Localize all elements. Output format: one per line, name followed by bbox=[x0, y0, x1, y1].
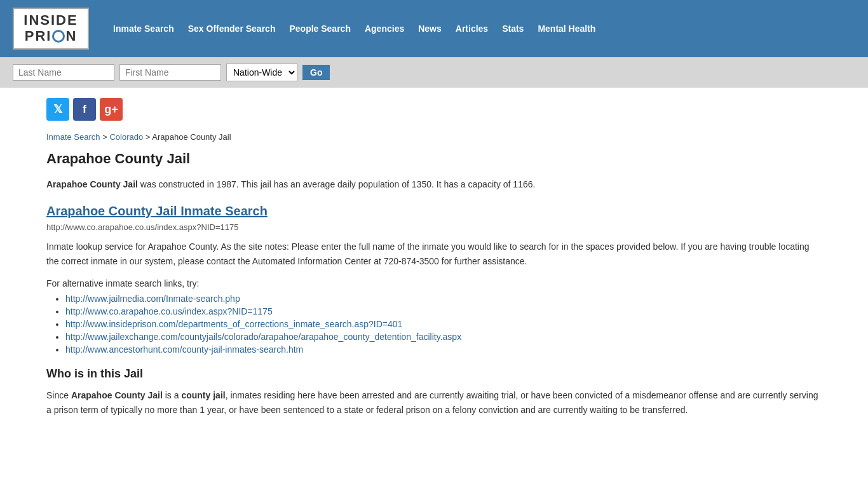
list-item: http://www.co.arapahoe.co.us/index.aspx?… bbox=[65, 306, 822, 316]
alt-link-jailmedia[interactable]: http://www.jailmedia.com/Inmate-search.p… bbox=[65, 294, 240, 304]
list-item: http://www.jailexchange.com/countyjails/… bbox=[65, 332, 822, 342]
alt-link-insideprison[interactable]: http://www.insideprison.com/departments_… bbox=[65, 319, 402, 329]
logo-circle-icon bbox=[52, 30, 65, 43]
alt-link-arapahoe[interactable]: http://www.co.arapahoe.co.us/index.aspx?… bbox=[65, 306, 273, 316]
breadcrumb-colorado[interactable]: Colorado bbox=[109, 132, 143, 142]
breadcrumb-inmate-search[interactable]: Inmate Search bbox=[46, 132, 100, 142]
twitter-button[interactable]: 𝕏 bbox=[46, 98, 69, 121]
facility-bold-2: county jail bbox=[181, 390, 225, 400]
nav-stats[interactable]: Stats bbox=[497, 21, 529, 36]
alt-links-list: http://www.jailmedia.com/Inmate-search.p… bbox=[65, 294, 822, 355]
inmate-search-link[interactable]: Arapahoe County Jail Inmate Search bbox=[46, 204, 268, 218]
go-button[interactable]: Go bbox=[302, 65, 330, 80]
list-item: http://www.jailmedia.com/Inmate-search.p… bbox=[65, 294, 822, 304]
list-item: http://www.ancestorhunt.com/county-jail-… bbox=[65, 344, 822, 355]
logo-inside-text: INSIDE bbox=[20, 13, 81, 28]
breadcrumb-separator-1: > bbox=[102, 132, 109, 142]
who-description: Since Arapahoe County Jail is a county j… bbox=[46, 388, 822, 417]
who-heading: Who is in this Jail bbox=[46, 367, 822, 381]
nav-mental-health[interactable]: Mental Health bbox=[532, 21, 600, 36]
inmate-search-heading: Arapahoe County Jail Inmate Search bbox=[46, 204, 822, 219]
breadcrumb-current: Arapahoe County Jail bbox=[152, 132, 231, 142]
description-rest: was constructed in 1987. This jail has a… bbox=[138, 179, 535, 189]
alt-links-intro: For alternative inmate search links, try… bbox=[46, 278, 822, 288]
nav-news[interactable]: News bbox=[413, 21, 447, 36]
inmate-search-url: http://www.co.arapahoe.co.us/index.aspx?… bbox=[46, 222, 822, 232]
facility-bold-1: Arapahoe County Jail bbox=[71, 390, 163, 400]
facility-description: Arapahoe County Jail was constructed in … bbox=[46, 177, 822, 191]
list-item: http://www.insideprison.com/departments_… bbox=[65, 319, 822, 329]
breadcrumb-separator-2: > bbox=[146, 132, 153, 142]
nav-articles[interactable]: Articles bbox=[451, 21, 493, 36]
lookup-description: Inmate lookup service for Arapahoe Count… bbox=[46, 240, 822, 268]
scope-select[interactable]: Nation-Wide Alabama Alaska Arizona Color… bbox=[226, 64, 297, 81]
site-logo[interactable]: INSIDE PRIN bbox=[13, 8, 89, 50]
nav-agencies[interactable]: Agencies bbox=[360, 21, 409, 36]
alt-link-ancestorhunt[interactable]: http://www.ancestorhunt.com/county-jail-… bbox=[65, 344, 303, 355]
breadcrumb: Inmate Search > Colorado > Arapahoe Coun… bbox=[46, 132, 822, 142]
main-content: 𝕏 f g+ Inmate Search > Colorado > Arapah… bbox=[34, 88, 834, 427]
facebook-button[interactable]: f bbox=[73, 98, 96, 121]
last-name-input[interactable] bbox=[13, 64, 114, 81]
page-title: Arapahoe County Jail bbox=[46, 151, 822, 167]
search-bar: Nation-Wide Alabama Alaska Arizona Color… bbox=[0, 57, 868, 88]
first-name-input[interactable] bbox=[119, 64, 221, 81]
alt-link-jailexchange[interactable]: http://www.jailexchange.com/countyjails/… bbox=[65, 332, 461, 342]
main-nav: Inmate Search Sex Offender Search People… bbox=[108, 21, 600, 36]
nav-sex-offender-search[interactable]: Sex Offender Search bbox=[183, 21, 281, 36]
nav-people-search[interactable]: People Search bbox=[284, 21, 356, 36]
facility-name-bold: Arapahoe County Jail bbox=[46, 179, 138, 189]
social-icons: 𝕏 f g+ bbox=[46, 98, 822, 121]
nav-inmate-search[interactable]: Inmate Search bbox=[108, 21, 179, 36]
logo-prison-text: PRIN bbox=[20, 28, 81, 44]
site-header: INSIDE PRIN Inmate Search Sex Offender S… bbox=[0, 0, 868, 57]
google-plus-button[interactable]: g+ bbox=[100, 98, 123, 121]
